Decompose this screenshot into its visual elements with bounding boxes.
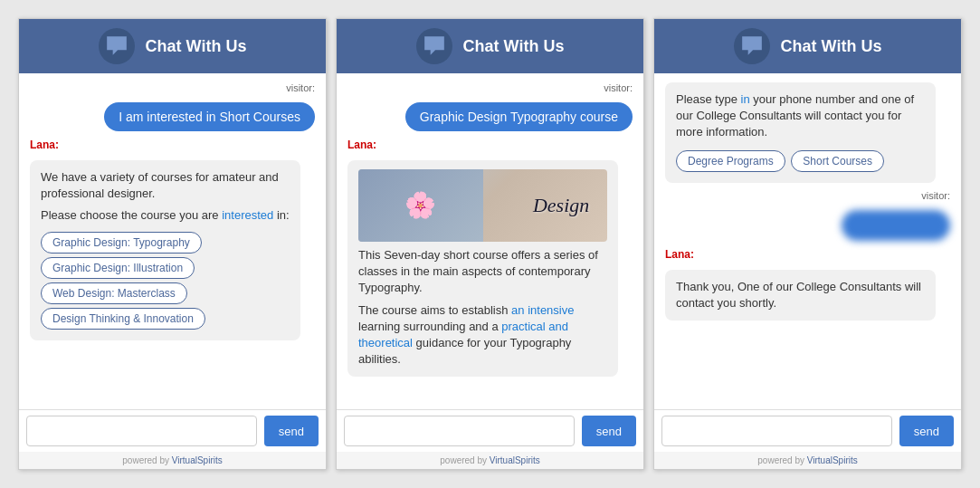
design-text: Design — [533, 192, 589, 220]
send-button-3[interactable]: send — [899, 416, 954, 446]
agent-prompt: Please type in your phone number and one… — [665, 82, 936, 183]
agent-label-2: Lana: — [347, 139, 633, 151]
powered-by-2: powered by VirtualSpirits — [337, 452, 643, 469]
chat-footer-1: send — [19, 409, 326, 452]
choice-degree-programs[interactable]: Degree Programs — [676, 150, 785, 172]
chat-body-1: visitor: I am interested in Short Course… — [19, 73, 326, 409]
course-desc-p1: This Seven-day short course offers a ser… — [358, 247, 607, 297]
chat-widget-1: Chat With Us visitor: I am interested in… — [18, 18, 327, 470]
visitor-message-2: Graphic Design Typography course — [405, 102, 633, 131]
speech-bubble-icon — [105, 34, 128, 58]
chat-title-2: Chat With Us — [463, 37, 565, 56]
visitor-label-1: visitor: — [30, 82, 315, 93]
chat-title-3: Chat With Us — [781, 37, 882, 56]
choice-buttons-1: Graphic Design: Typography Graphic Desig… — [41, 230, 290, 331]
tattoo-decoration: 🌸 — [358, 169, 483, 242]
agent-label-1: Lana: — [30, 139, 315, 151]
choice-illustration[interactable]: Graphic Design: Illustration — [41, 257, 195, 279]
speech-bubble-icon-3 — [740, 34, 764, 58]
chat-widget-3: Chat With Us Please type in your phone n… — [653, 18, 962, 470]
chat-footer-2: send — [337, 409, 643, 452]
agent-text-p2: Please choose the course you are interes… — [41, 207, 290, 224]
choice-typography[interactable]: Graphic Design: Typography — [41, 232, 202, 254]
send-button-2[interactable]: send — [582, 416, 636, 446]
chat-icon-3 — [734, 28, 770, 64]
visitor-label-3: visitor: — [665, 190, 950, 201]
course-image: 🌸 Design — [358, 169, 607, 242]
choice-short-courses[interactable]: Short Courses — [791, 150, 884, 172]
chat-body-3: Please type in your phone number and one… — [654, 73, 961, 409]
agent-message-1: We have a variety of courses for amateur… — [30, 160, 300, 340]
chat-header-1: Chat With Us — [19, 19, 326, 73]
chat-icon-1 — [99, 28, 135, 64]
visitor-label-2: visitor: — [347, 82, 633, 93]
course-desc-p2: The course aims to establish an intensiv… — [358, 302, 607, 368]
chat-title-1: Chat With Us — [146, 37, 247, 56]
powered-by-3: powered by VirtualSpirits — [654, 452, 961, 469]
agent-label-3: Lana: — [665, 248, 950, 261]
powered-by-1: powered by VirtualSpirits — [19, 452, 326, 469]
choice-design-thinking[interactable]: Design Thinking & Innovation — [41, 308, 205, 330]
visitor-message-1: I am interested in Short Courses — [104, 102, 315, 131]
chat-header-3: Chat With Us — [654, 19, 961, 73]
visitor-phone-blurred — [842, 210, 950, 241]
speech-bubble-icon-2 — [423, 34, 446, 58]
prompt-text: Please type in your phone number and one… — [676, 91, 925, 141]
chat-header-2: Chat With Us — [337, 19, 643, 73]
chat-footer-3: send — [654, 409, 961, 452]
chat-input-1[interactable] — [26, 416, 257, 446]
program-choices: Degree Programs Short Courses — [676, 148, 925, 174]
send-button-1[interactable]: send — [264, 416, 319, 446]
agent-text-p1: We have a variety of courses for amateur… — [41, 169, 290, 202]
agent-message-2: 🌸 Design This Seven-day short course off… — [347, 160, 618, 377]
chat-widget-2: Chat With Us visitor: Graphic Design Typ… — [336, 18, 644, 470]
chat-input-2[interactable] — [344, 416, 575, 446]
chat-icon-2 — [416, 28, 452, 64]
choice-masterclass[interactable]: Web Design: Masterclass — [41, 282, 187, 304]
chat-body-2: visitor: Graphic Design Typography cours… — [337, 73, 643, 409]
chat-input-3[interactable] — [661, 416, 892, 446]
thankyou-text: Thank you, One of our College Consultant… — [676, 279, 925, 311]
agent-thankyou: Thank you, One of our College Consultant… — [665, 270, 936, 321]
